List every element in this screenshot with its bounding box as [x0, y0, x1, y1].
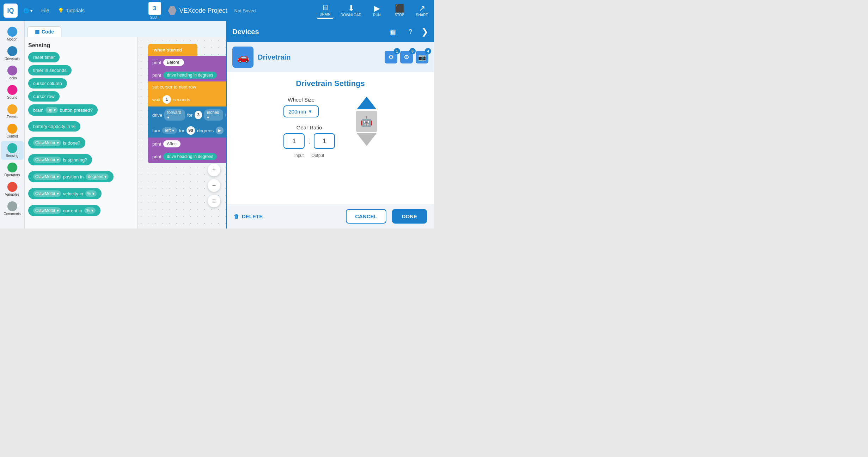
set-cursor-block[interactable]: set cursor to next row [148, 81, 226, 92]
print-after-block[interactable]: print After: [148, 138, 226, 150]
claw-motor-done-dropdown[interactable]: ClawMotor ▾ [33, 140, 61, 146]
slot-selector[interactable]: 3 SLOT [148, 2, 161, 19]
code-tab[interactable]: ▦ Code [27, 26, 61, 37]
wheel-size-chevron: ▾ [309, 108, 312, 115]
reset-timer-block[interactable]: reset timer [28, 52, 60, 62]
wait-block[interactable]: wait 1 seconds [148, 92, 226, 106]
blocks-and-canvas: Sensing reset timer timer in seconds cur… [25, 37, 226, 228]
port-6-icon: ⚙ 6 [400, 51, 413, 63]
globe-icon: 🌐 [23, 8, 29, 13]
sidebar-item-events[interactable]: Events [1, 102, 24, 121]
sensing-dot [7, 143, 17, 153]
port-1-num: 1 [394, 48, 400, 54]
print-label-4: print [152, 154, 161, 159]
claw-motor-position-unit-dropdown[interactable]: degrees ▾ [86, 173, 109, 180]
zoom-in-button[interactable]: + [208, 164, 220, 176]
wait-num[interactable]: 1 [163, 95, 171, 104]
sidebar-item-control[interactable]: Control [1, 122, 24, 140]
devices-chevron-button[interactable]: ❯ [421, 27, 428, 37]
download-button[interactable]: ⬇ DOWNLOAD [339, 3, 363, 18]
claw-motor-current-motor-dropdown[interactable]: ClawMotor ▾ [33, 207, 61, 214]
cursor-row-block[interactable]: cursor row [28, 91, 60, 102]
sidebar-item-sensing[interactable]: Sensing [1, 141, 24, 160]
claw-motor-current-block[interactable]: ClawMotor ▾ current in % ▾ [28, 205, 100, 216]
motion-label: Motion [7, 37, 17, 41]
print-drive-heading-2-block[interactable]: print drive heading in degrees [148, 150, 226, 163]
port-1-icon-symbol: ⚙ [388, 53, 394, 61]
drivetrain-settings: Drivetrain Settings Wheel Size 200mm ▾ G… [227, 72, 434, 204]
wheel-size-select[interactable]: 200mm ▾ [283, 105, 319, 117]
motion-dot [7, 27, 17, 37]
sidebar-item-comments[interactable]: Comments [1, 199, 24, 218]
sidebar-item-operators[interactable]: Operators [1, 160, 24, 179]
claw-motor-current-unit-dropdown[interactable]: % ▾ [84, 207, 96, 214]
claw-motor-velocity-block[interactable]: ClawMotor ▾ velocity in % ▾ [28, 188, 102, 199]
print-value-2: drive heading in degrees [163, 72, 216, 79]
sidebar-item-sound[interactable]: Sound [1, 83, 24, 102]
delete-button[interactable]: 🗑 DELETE [234, 213, 263, 219]
claw-motor-spinning-dropdown[interactable]: ClawMotor ▾ [33, 157, 61, 163]
turn-block[interactable]: turn left ▾ for 90 degrees ▶ [148, 123, 226, 138]
wait-suffix: seconds [173, 97, 190, 102]
diagram-arrow-down [357, 133, 377, 146]
claw-motor-velocity-motor-dropdown[interactable]: ClawMotor ▾ [33, 190, 61, 197]
timer-in-seconds-block[interactable]: timer in seconds [28, 65, 72, 75]
stop-button[interactable]: ⬛ STOP [391, 3, 408, 18]
brain-direction-dropdown[interactable]: up ▾ [45, 107, 58, 113]
sidebar-item-looks[interactable]: Looks [1, 63, 24, 82]
brain-button[interactable]: 🖥 BRAIN [317, 2, 334, 19]
comments-dot [7, 201, 17, 211]
gear-input-field[interactable]: 1 [283, 133, 305, 149]
drive-direction-dropdown[interactable]: forward ▾ [164, 109, 185, 121]
zoom-out-button[interactable]: − [208, 179, 220, 192]
sidebar-item-variables[interactable]: Variables [1, 180, 24, 199]
battery-capacity-block[interactable]: battery capacity in % [28, 121, 80, 132]
when-started-block[interactable]: when started [148, 44, 197, 56]
done-button[interactable]: DONE [392, 209, 427, 224]
print-before-block[interactable]: print Before: [148, 56, 226, 69]
variables-label: Variables [5, 193, 19, 196]
canvas-blocks: when started print Before: print drive h… [148, 44, 226, 163]
port-4-num: 4 [425, 48, 431, 54]
claw-motor-velocity-unit-dropdown[interactable]: % ▾ [85, 190, 97, 197]
zoom-fit-button[interactable]: ≡ [208, 195, 220, 207]
blocks-panel: Sensing reset timer timer in seconds cur… [25, 37, 137, 228]
looks-label: Looks [7, 76, 17, 80]
drive-unit-dropdown[interactable]: inches ▾ [204, 109, 223, 121]
gear-output-field[interactable]: 1 [314, 133, 335, 149]
file-menu[interactable]: File [38, 6, 52, 15]
drivetrain-label: Drivetrain [5, 57, 20, 61]
drive-block[interactable]: drive forward ▾ for 3 inches ▾ ▶ [148, 106, 226, 123]
canvas-zoom-controls: + − ≡ [208, 164, 220, 207]
devices-help-icon-button[interactable]: ? [404, 25, 417, 38]
sidebar-item-drivetrain[interactable]: Drivetrain [1, 44, 24, 63]
port-4-icon-symbol: 📷 [418, 53, 426, 61]
cursor-column-block[interactable]: cursor column [28, 78, 67, 89]
wheel-size-value: 200mm [288, 109, 306, 115]
drive-distance[interactable]: 3 [195, 111, 202, 119]
claw-motor-done-block[interactable]: ClawMotor ▾ is done? [28, 137, 85, 148]
turn-degrees[interactable]: 90 [187, 126, 195, 135]
print-drive-heading-block[interactable]: print drive heading in degrees [148, 69, 226, 81]
code-canvas[interactable]: when started print Before: print drive h… [137, 37, 226, 228]
turn-play-btn[interactable]: ▶ [216, 127, 224, 134]
cancel-button[interactable]: CANCEL [346, 209, 386, 224]
diagram-robot-box: 🤖 [356, 111, 377, 132]
print-value-3: After: [163, 140, 181, 147]
drive-play-btn[interactable]: ▶ [225, 111, 226, 119]
sidebar-item-motion[interactable]: Motion [1, 25, 24, 43]
run-icon: ▶ [374, 5, 380, 12]
share-button[interactable]: ↗ SHARE [414, 3, 430, 18]
turn-unit: degrees [197, 128, 214, 133]
robot-icon: 🤖 [360, 116, 373, 127]
claw-motor-position-block[interactable]: ClawMotor ▾ position in degrees ▾ [28, 171, 114, 182]
run-button[interactable]: ▶ RUN [368, 3, 385, 18]
turn-direction-dropdown[interactable]: left ▾ [162, 127, 177, 134]
claw-motor-position-motor-dropdown[interactable]: ClawMotor ▾ [33, 173, 61, 180]
main-content: Motion Drivetrain Looks Sound Events Con… [0, 21, 434, 228]
claw-motor-spinning-block[interactable]: ClawMotor ▾ is spinning? [28, 154, 92, 165]
globe-button[interactable]: 🌐 ▾ [20, 7, 36, 15]
devices-grid-icon-button[interactable]: ▦ [386, 25, 399, 38]
tutorials-button[interactable]: 💡 Tutorials [55, 6, 87, 15]
brain-button-block[interactable]: brain up ▾ button pressed? [28, 104, 98, 116]
